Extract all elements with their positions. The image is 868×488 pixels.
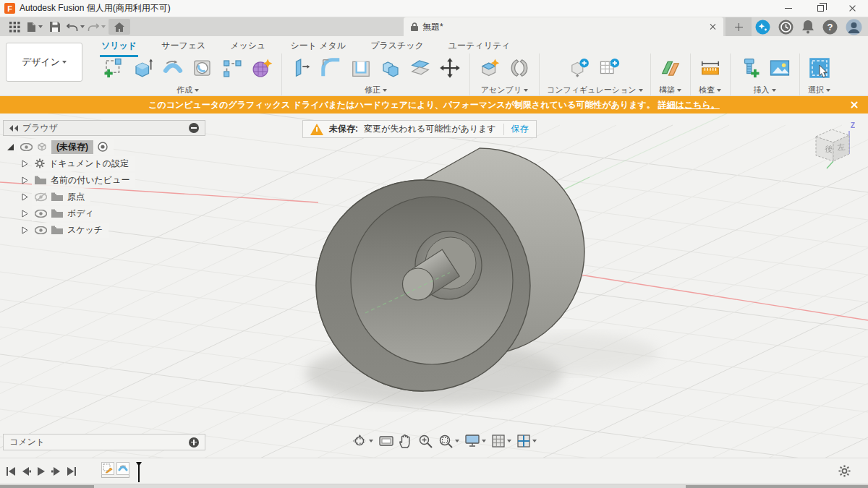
- browser-header[interactable]: ブラウザ: [3, 120, 205, 136]
- browser-item-named-views[interactable]: 名前の付いたビュー: [3, 172, 205, 188]
- browser-collapse-icon[interactable]: [189, 123, 199, 133]
- select-icon[interactable]: [807, 56, 832, 80]
- banner-close-icon[interactable]: [850, 100, 858, 108]
- expand-arrow-icon[interactable]: [22, 226, 28, 234]
- browser-item-sketches[interactable]: スケッチ: [3, 222, 205, 238]
- visibility-off-eye-icon[interactable]: [35, 192, 47, 202]
- minimize-button[interactable]: [773, 0, 804, 17]
- group-label-configuration[interactable]: コンフィギュレーション: [547, 85, 643, 95]
- expand-arrow-icon[interactable]: [22, 193, 28, 201]
- group-label-insert[interactable]: 挿入: [754, 85, 776, 95]
- collapse-panel-icon[interactable]: [9, 125, 18, 132]
- root-document-label[interactable]: (未保存): [51, 140, 93, 154]
- sketch-feature-icon[interactable]: [101, 462, 114, 475]
- viewports-button[interactable]: [517, 435, 537, 448]
- redo-button[interactable]: [88, 19, 106, 35]
- new-component-icon[interactable]: [477, 56, 502, 80]
- expand-arrow-icon[interactable]: [22, 210, 28, 218]
- press-pull-icon[interactable]: [289, 56, 314, 80]
- visibility-eye-icon[interactable]: [35, 210, 47, 218]
- zoom-window-button[interactable]: [438, 434, 459, 448]
- visibility-eye-icon[interactable]: [20, 143, 33, 151]
- viewport-canvas[interactable]: ブラウザ (未保存) ドキュメントの設定: [0, 114, 868, 458]
- play-button[interactable]: [36, 466, 46, 476]
- group-label-modify[interactable]: 修正: [365, 85, 387, 95]
- timeline-settings-gear-icon[interactable]: [838, 465, 851, 477]
- group-label-construct[interactable]: 構築: [659, 85, 681, 95]
- pan-button[interactable]: [399, 434, 412, 448]
- combine-icon[interactable]: [378, 56, 403, 80]
- create-form-icon[interactable]: [250, 56, 274, 80]
- measure-icon[interactable]: [698, 56, 723, 80]
- expand-arrow-icon[interactable]: [22, 160, 28, 168]
- job-status-icon[interactable]: [778, 20, 793, 35]
- browser-item-bodies[interactable]: ボディ: [3, 205, 205, 221]
- expand-arrow-icon[interactable]: [22, 176, 28, 184]
- shaft-end-face[interactable]: [403, 268, 434, 300]
- close-tab-icon[interactable]: [709, 23, 716, 30]
- profile-avatar[interactable]: [846, 19, 862, 35]
- offset-face-icon[interactable]: [408, 56, 433, 80]
- new-tab-button[interactable]: [726, 17, 752, 36]
- scrollbar-right-segment[interactable]: [686, 485, 868, 488]
- banner-details-link[interactable]: 詳細はこちら。: [658, 99, 720, 111]
- move-icon[interactable]: [438, 56, 462, 80]
- home-button[interactable]: [109, 19, 130, 35]
- expanded-arrow-icon[interactable]: [7, 144, 14, 150]
- step-back-button[interactable]: [21, 466, 31, 476]
- timeline-position-marker[interactable]: [135, 462, 142, 482]
- file-icon: [27, 22, 36, 33]
- pattern-icon[interactable]: [220, 56, 244, 80]
- shell-icon[interactable]: [349, 56, 373, 80]
- group-label-create[interactable]: 作成: [176, 85, 199, 95]
- look-at-button[interactable]: [379, 435, 393, 447]
- extrude-icon[interactable]: [131, 56, 156, 80]
- configuration-icon[interactable]: [568, 56, 592, 80]
- configuration-table-icon[interactable]: [597, 56, 622, 80]
- orbit-icon: [352, 434, 367, 448]
- file-menu-button[interactable]: [26, 19, 43, 35]
- group-label-inspect[interactable]: 検査: [699, 85, 721, 95]
- save-link[interactable]: 保存: [511, 123, 529, 135]
- group-label-select[interactable]: 選択: [808, 85, 830, 95]
- help-icon[interactable]: ?: [822, 20, 838, 35]
- group-label-assemble[interactable]: アセンブリ: [481, 85, 528, 95]
- add-comment-icon[interactable]: [189, 437, 199, 448]
- joint-icon[interactable]: [507, 56, 532, 80]
- grid-display-button[interactable]: [492, 435, 511, 448]
- go-to-start-button[interactable]: [6, 466, 16, 476]
- view-cube[interactable]: Z 後 左: [807, 121, 859, 180]
- apps-grid-icon[interactable]: [6, 19, 23, 35]
- go-to-end-button[interactable]: [67, 466, 77, 476]
- workspace-selector[interactable]: デザイン: [6, 43, 82, 82]
- save-button[interactable]: [46, 19, 64, 35]
- orbit-button[interactable]: [352, 434, 373, 448]
- zoom-button[interactable]: [418, 434, 433, 448]
- visibility-eye-icon[interactable]: [35, 226, 47, 234]
- close-button[interactable]: [836, 0, 868, 17]
- restore-button[interactable]: [804, 0, 836, 17]
- activate-component-radio-icon[interactable]: [98, 142, 108, 152]
- timeline-scrollbar[interactable]: [0, 484, 868, 488]
- hole-icon[interactable]: [190, 56, 215, 80]
- insert-fastener-icon[interactable]: [738, 56, 762, 80]
- revolve-icon[interactable]: [161, 56, 185, 80]
- document-tab-label: 無題*: [422, 21, 443, 33]
- comment-bar[interactable]: コメント: [3, 434, 205, 450]
- display-settings-button[interactable]: [465, 435, 486, 448]
- browser-item-document-settings[interactable]: ドキュメントの設定: [3, 155, 205, 171]
- document-tab[interactable]: 無題*: [404, 17, 723, 36]
- browser-item-label: ドキュメントの設定: [49, 158, 129, 170]
- browser-root-row[interactable]: (未保存): [3, 139, 205, 155]
- notifications-icon[interactable]: [801, 20, 814, 34]
- revolve-feature-icon[interactable]: [116, 462, 129, 475]
- construct-plane-icon[interactable]: [658, 56, 683, 80]
- fillet-icon[interactable]: [319, 56, 344, 80]
- create-sketch-icon[interactable]: [101, 56, 126, 80]
- insert-canvas-icon[interactable]: [767, 56, 792, 80]
- extensions-icon[interactable]: [755, 20, 770, 35]
- step-forward-button[interactable]: [51, 466, 61, 476]
- browser-item-origin[interactable]: 原点: [3, 189, 205, 205]
- scrollbar-left-segment[interactable]: [0, 485, 94, 488]
- undo-button[interactable]: [67, 19, 85, 35]
